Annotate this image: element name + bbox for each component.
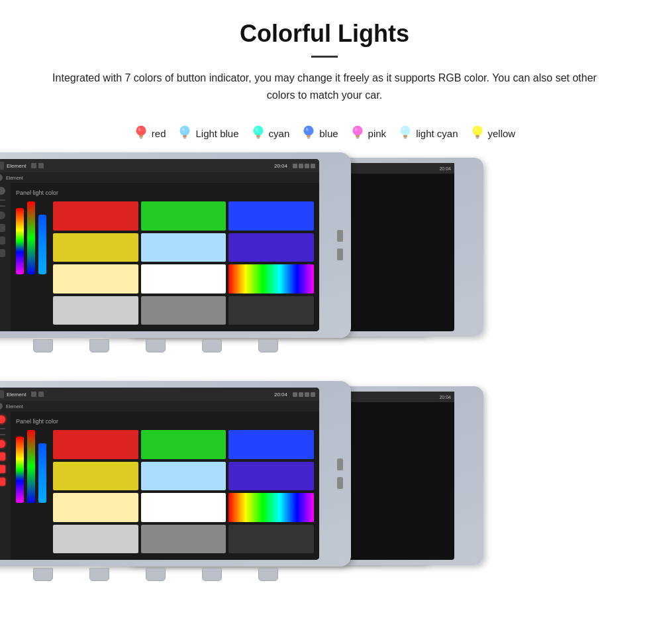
pink-bulb-icon <box>350 125 365 142</box>
color-label-blue: blue <box>319 128 338 139</box>
color-item-light-cyan: light cyan <box>398 125 458 142</box>
svg-rect-17 <box>307 135 311 138</box>
light-blue-bulb-icon <box>177 125 192 142</box>
svg-point-16 <box>304 126 314 136</box>
device-showcase: Element Element 20:04 <box>26 152 623 586</box>
color-label-red: red <box>152 128 166 139</box>
svg-rect-22 <box>356 135 360 138</box>
svg-rect-7 <box>183 135 187 138</box>
svg-point-1 <box>136 126 146 136</box>
svg-rect-8 <box>184 138 187 139</box>
color-item-blue: blue <box>301 125 338 142</box>
color-label-light-cyan: light cyan <box>416 128 458 139</box>
cyan-bulb-icon <box>251 125 266 142</box>
yellow-bulb-icon <box>470 125 485 142</box>
svg-point-11 <box>253 126 263 136</box>
device-front: Element 20:04 Elemen <box>0 152 351 338</box>
svg-rect-32 <box>475 135 479 138</box>
screen-time: 20:04 <box>274 163 287 169</box>
svg-rect-23 <box>356 138 359 139</box>
svg-rect-12 <box>256 135 260 138</box>
header-divider <box>311 56 338 58</box>
light-cyan-bulb-icon <box>398 125 413 142</box>
color-item-light-blue: Light blue <box>177 125 238 142</box>
color-indicators-row: red Light blue cyan <box>0 121 649 152</box>
svg-point-6 <box>180 126 190 136</box>
color-item-yellow: yellow <box>470 125 516 142</box>
page-title: Colorful Lights <box>26 20 623 48</box>
color-label-light-blue: Light blue <box>195 128 238 139</box>
color-label-pink: pink <box>368 128 387 139</box>
blue-bulb-icon <box>301 125 316 142</box>
svg-point-31 <box>472 126 482 136</box>
header-description: Integrated with 7 colors of button indic… <box>40 70 609 103</box>
svg-rect-33 <box>476 138 479 139</box>
panel-light-label: Panel light color <box>16 189 314 196</box>
svg-point-21 <box>352 126 362 136</box>
color-item-red: red <box>134 125 166 142</box>
bottom-device-group: Element Element 20:04 <box>40 381 609 586</box>
color-label-cyan: cyan <box>269 128 290 139</box>
svg-rect-27 <box>403 135 407 138</box>
color-item-cyan: cyan <box>251 125 290 142</box>
svg-rect-2 <box>139 135 143 138</box>
header-section: Colorful Lights Integrated with 7 colors… <box>0 0 649 121</box>
screen-app-name: Element <box>7 163 26 169</box>
svg-rect-18 <box>307 138 310 139</box>
screen-subtitle: Element <box>6 176 23 180</box>
svg-rect-13 <box>257 138 260 139</box>
svg-rect-3 <box>140 138 142 139</box>
top-device-group: Element Element 20:04 <box>40 152 609 358</box>
bottom-device-front: Element 20:04 Elemen <box>0 381 351 566</box>
svg-point-26 <box>401 126 411 136</box>
color-item-pink: pink <box>350 125 387 142</box>
svg-rect-28 <box>404 138 407 139</box>
color-label-yellow: yellow <box>488 128 516 139</box>
red-bulb-icon <box>134 125 148 142</box>
